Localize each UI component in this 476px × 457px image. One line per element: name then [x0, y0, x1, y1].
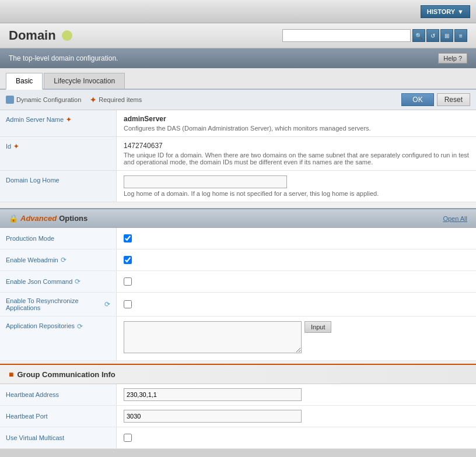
- webadmin-sync-icon: ⟳: [61, 256, 66, 264]
- refresh-button[interactable]: ↺: [426, 29, 439, 42]
- enable-webadmin-value: [117, 252, 476, 268]
- advanced-options-header: 🔒 Advanced Options Open All: [0, 208, 476, 228]
- help-button[interactable]: Help ?: [438, 53, 467, 64]
- tabs-bar: Basic Lifecycle Invocation: [0, 68, 476, 90]
- resync-sync-icon: ⟳: [104, 300, 110, 308]
- help-label: Help ?: [443, 55, 462, 62]
- tab-basic[interactable]: Basic: [6, 73, 43, 90]
- group-comm-header: ■ Group Communication Info: [0, 364, 476, 384]
- resync-applications-label: Enable To Resynchronize Applications ⟳: [0, 293, 117, 316]
- list-button[interactable]: ≡: [454, 29, 467, 42]
- form-row-domain-log-home: Domain Log Home Log home of a domain. If…: [0, 171, 476, 202]
- heartbeat-address-label: Heartbeat Address: [0, 384, 117, 405]
- dynamic-config-icon: [6, 96, 14, 104]
- chevron-down-icon: ▼: [457, 8, 464, 15]
- toolbar: Dynamic Configuration ✦ Required items O…: [0, 90, 476, 110]
- group-comm-title-text: Group Communication Info: [17, 370, 115, 379]
- reset-button[interactable]: Reset: [437, 93, 470, 106]
- use-virtual-multicast-value: [117, 430, 476, 445]
- use-virtual-multicast-label: Use Virtual Multicast: [0, 427, 117, 448]
- advanced-form-section: Production Mode Enable Webadmin ⟳ Enable…: [0, 228, 476, 361]
- form-row-admin-server: Admin Server Name ✦ adminServer Configur…: [0, 110, 476, 137]
- description-text: The top-level domain configuration.: [9, 54, 118, 62]
- json-sync-icon: ⟳: [75, 277, 80, 286]
- resync-applications-value: [117, 297, 476, 312]
- repo-sync-icon: ⟳: [77, 322, 83, 331]
- heartbeat-port-row: Heartbeat Port: [0, 406, 476, 427]
- enable-webadmin-row: Enable Webadmin ⟳: [0, 249, 476, 271]
- id-text: 1472740637: [124, 142, 469, 150]
- app-repositories-value: Input: [117, 317, 476, 357]
- use-virtual-multicast-row: Use Virtual Multicast: [0, 427, 476, 449]
- admin-server-label: Admin Server Name ✦: [0, 110, 117, 136]
- main-content: Basic Lifecycle Invocation Dynamic Confi…: [0, 68, 476, 449]
- group-comm-form: Heartbeat Address Heartbeat Port Use Vir…: [0, 384, 476, 449]
- search-button[interactable]: 🔍: [412, 29, 425, 42]
- app-repositories-textarea[interactable]: [124, 321, 302, 353]
- id-value: 1472740637 The unique ID for a domain. W…: [117, 137, 476, 170]
- description-bar: The top-level domain configuration. Help…: [0, 48, 476, 68]
- enable-json-command-row: Enable Json Command ⟳: [0, 271, 476, 293]
- ok-button[interactable]: OK: [401, 93, 433, 106]
- heartbeat-address-row: Heartbeat Address: [0, 384, 476, 406]
- page-header: Domain 🔍 ↺ ⊞ ≡: [0, 23, 476, 48]
- dynamic-config-item: Dynamic Configuration: [6, 96, 81, 104]
- form-section: Admin Server Name ✦ adminServer Configur…: [0, 110, 476, 202]
- domain-log-home-value: Log home of a domain. If a log home is n…: [117, 171, 476, 202]
- open-all-link[interactable]: Open All: [443, 215, 467, 222]
- advanced-lock-icon: 🔒: [9, 214, 18, 223]
- tab-lifecycle[interactable]: Lifecycle Invocation: [44, 73, 125, 89]
- history-button[interactable]: HISTORY ▼: [421, 5, 470, 18]
- app-repositories-label: Application Repositories ⟳: [0, 317, 117, 360]
- heartbeat-address-value: [117, 385, 476, 405]
- group-comm-title: ■ Group Communication Info: [9, 370, 467, 379]
- domain-log-home-desc: Log home of a domain. If a log home is n…: [124, 190, 469, 197]
- app-repositories-row: Application Repositories ⟳ Input: [0, 317, 476, 361]
- admin-server-desc: Configures the DAS (Domain Administratio…: [124, 125, 469, 132]
- required-icon: ✦: [90, 96, 96, 104]
- toolbar-left: Dynamic Configuration ✦ Required items: [6, 96, 142, 104]
- search-bar: 🔍 ↺ ⊞ ≡: [282, 29, 467, 42]
- search-icons: 🔍 ↺ ⊞ ≡: [412, 29, 467, 42]
- enable-json-command-value: [117, 274, 476, 289]
- required-star-admin: ✦: [66, 116, 71, 124]
- heartbeat-port-label: Heartbeat Port: [0, 406, 117, 427]
- app-repositories-input-button[interactable]: Input: [304, 321, 331, 333]
- admin-server-text: adminServer: [124, 115, 469, 123]
- domain-dot-icon: [62, 30, 72, 41]
- enable-webadmin-checkbox[interactable]: [124, 256, 132, 264]
- enable-json-command-label: Enable Json Command ⟳: [0, 271, 117, 292]
- heartbeat-port-input[interactable]: [124, 410, 302, 423]
- advanced-italic-label: Advanced: [20, 214, 57, 223]
- dynamic-config-label: Dynamic Configuration: [16, 96, 81, 103]
- toolbar-right: OK Reset: [401, 93, 470, 106]
- grid-button[interactable]: ⊞: [440, 29, 453, 42]
- required-label: Required items: [99, 96, 142, 103]
- id-label: Id ✦: [0, 137, 117, 170]
- advanced-title: 🔒 Advanced Options: [9, 214, 88, 223]
- production-mode-value: [117, 231, 476, 246]
- required-star-id: ✦: [13, 143, 19, 150]
- use-virtual-multicast-checkbox[interactable]: [124, 434, 132, 442]
- top-bar: HISTORY ▼: [0, 0, 476, 23]
- search-input[interactable]: [282, 29, 411, 42]
- domain-log-home-input[interactable]: [124, 175, 287, 188]
- production-mode-checkbox[interactable]: [124, 234, 132, 242]
- form-row-id: Id ✦ 1472740637 The unique ID for a doma…: [0, 137, 476, 171]
- enable-json-command-checkbox[interactable]: [124, 277, 132, 286]
- group-comm-icon: ■: [9, 370, 13, 379]
- heartbeat-address-input[interactable]: [124, 388, 302, 401]
- heartbeat-port-value: [117, 406, 476, 426]
- production-mode-label: Production Mode: [0, 228, 117, 249]
- page-title: Domain: [9, 28, 56, 43]
- required-items-item: ✦ Required items: [90, 96, 142, 104]
- enable-webadmin-label: Enable Webadmin ⟳: [0, 249, 117, 270]
- history-label: HISTORY: [427, 8, 455, 15]
- id-desc: The unique ID for a domain. When there a…: [124, 152, 469, 166]
- resync-applications-row: Enable To Resynchronize Applications ⟳: [0, 293, 476, 317]
- production-mode-row: Production Mode: [0, 228, 476, 249]
- domain-log-home-label: Domain Log Home: [0, 171, 117, 202]
- admin-server-value: adminServer Configures the DAS (Domain A…: [117, 110, 476, 136]
- advanced-options-label: Options: [59, 214, 88, 223]
- resync-applications-checkbox[interactable]: [124, 300, 132, 308]
